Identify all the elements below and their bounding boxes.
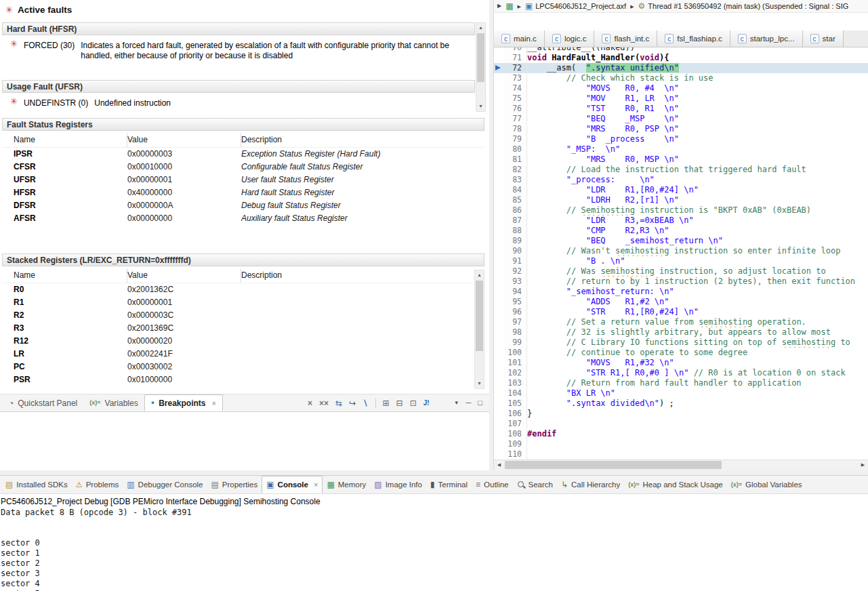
code-line[interactable]: 70__attribute__((naked)): [494, 47, 868, 53]
code-line[interactable]: 90 // Wasn't semihosting instruction so …: [494, 246, 868, 256]
faults-scrollbar[interactable]: ▲ ▼: [476, 22, 486, 112]
table-row[interactable]: DFSR0x0000000ADebug fault Status Registe…: [2, 199, 484, 212]
scroll-up-icon[interactable]: ▲: [475, 270, 484, 280]
code-line[interactable]: 101 "MOVS R1,#32 \n": [494, 358, 868, 368]
table-row[interactable]: R30x2001369C: [2, 322, 473, 335]
panel-tab-global-variables[interactable]: (x)=Global Variables: [727, 476, 806, 493]
code-line[interactable]: 94 "_semihost_return: \n": [494, 287, 868, 297]
code-line[interactable]: 71void HardFault_Handler(void){: [494, 53, 868, 63]
show-breakpoints-for-target-icon[interactable]: ⇆: [335, 399, 342, 407]
scroll-down-icon[interactable]: ▼: [475, 379, 484, 388]
panel-tab-outline[interactable]: ≡Outline: [472, 476, 512, 493]
table-row[interactable]: CFSR0x00010000Configurable fault Status …: [2, 161, 484, 174]
remove-breakpoint-icon[interactable]: ×: [308, 399, 312, 407]
panel-tab-terminal[interactable]: ▮Terminal: [426, 476, 472, 493]
panel-tab-installed-sdks[interactable]: ▤Installed SDKs: [1, 476, 72, 493]
skip-all-breakpoints-icon[interactable]: ∖: [363, 399, 368, 407]
expand-all-icon[interactable]: ⊞: [383, 399, 390, 407]
expand-arrow-icon[interactable]: ▶: [497, 3, 501, 9]
debug-view-icon[interactable]: ▦: [505, 2, 513, 10]
code-line[interactable]: 99 // C Library IO functions sitting on …: [494, 338, 868, 348]
go-to-file-for-breakpoint-icon[interactable]: ↪: [349, 399, 356, 407]
code-line[interactable]: 83 "_process: \n": [494, 175, 868, 185]
code-line[interactable]: 80 "_MSP: \n": [494, 144, 868, 155]
code-line[interactable]: 100 // continue to operate to some degre…: [494, 348, 868, 358]
code-line[interactable]: 105 ".syntax divided\n") ;: [494, 399, 868, 409]
breadcrumb-item[interactable]: ⚙Thread #1 536950492 (main task) (Suspen…: [638, 2, 849, 10]
table-row[interactable]: PC0x00030002: [2, 361, 473, 373]
code-line[interactable]: 92 // Was semihosting instruction, so ad…: [494, 266, 868, 277]
code-line[interactable]: 98 // 32 is slightly arbitrary, but appe…: [494, 327, 868, 338]
editor-tab-flash-int-c[interactable]: cflash_int.c: [594, 30, 657, 47]
table-row[interactable]: UFSR0x00000001User fault Status Register: [2, 174, 484, 186]
scroll-down-icon[interactable]: ▼: [476, 102, 485, 111]
editor-tab-fsl-flashiap-c[interactable]: cfsl_flashiap.c: [657, 30, 730, 47]
code-editor[interactable]: 70__attribute__((naked))71void HardFault…: [494, 47, 868, 460]
collapse-all-icon[interactable]: ⊟: [396, 399, 403, 407]
code-line[interactable]: 108#endif: [494, 429, 868, 439]
panel-tab-properties[interactable]: ▤Properties: [207, 476, 262, 493]
editor-tab-main-c[interactable]: cmain.c: [494, 30, 545, 47]
code-line[interactable]: 78 "MRS R0, PSP \n": [494, 124, 868, 134]
link-with-debug-view-icon[interactable]: ⊡: [410, 399, 417, 407]
code-line[interactable]: 93 // return to by 1 instruction (2 byte…: [494, 277, 868, 287]
close-icon[interactable]: ×: [212, 399, 216, 407]
code-line[interactable]: 110: [494, 449, 868, 460]
panel-tab-console[interactable]: ▣Console×: [262, 476, 323, 493]
code-line[interactable]: 86 // Semihosting instruction is "BKPT 0…: [494, 205, 868, 216]
table-row[interactable]: R120x00000020: [2, 335, 473, 348]
code-line[interactable]: 109: [494, 439, 868, 449]
table-row[interactable]: PSR0x01000000: [2, 373, 473, 386]
panel-tab-heap-and-stack-usage[interactable]: (x)=Heap and Stack Usage: [624, 476, 727, 493]
table-row[interactable]: R20x0000003C: [2, 309, 473, 322]
code-line[interactable]: 75 "MOV R1, LR \n": [494, 94, 868, 104]
breadcrumb-item[interactable]: ▣LPC54606J512_Project.axf: [525, 2, 626, 10]
code-line[interactable]: 91 "B . \n": [494, 256, 868, 266]
code-line[interactable]: 106}: [494, 409, 868, 419]
code-line[interactable]: 88 "CMP R2,R3 \n": [494, 226, 868, 236]
scrollbar-thumb[interactable]: [476, 281, 483, 351]
code-line[interactable]: 103 // Return from hard fault handler to…: [494, 378, 868, 388]
code-line[interactable]: 72 __asm( ".syntax unified\n": [494, 63, 868, 73]
code-line[interactable]: 79 "B _process \n": [494, 134, 868, 144]
code-line[interactable]: 89 "BEQ _semihost_return \n": [494, 236, 868, 246]
code-line[interactable]: 104 "BX LR \n": [494, 388, 868, 399]
editor-tab-startup-lpc[interactable]: cstartup_lpc...: [730, 30, 803, 47]
panel-tab-image-info[interactable]: ▨Image Info: [370, 476, 426, 493]
table-row[interactable]: IPSR0x00000003Exception Status Register …: [2, 148, 484, 161]
editor-tab-star[interactable]: cstar: [803, 30, 844, 47]
table-row[interactable]: HFSR0x40000000Hard fault Status Register: [2, 186, 484, 199]
panel-tab-debugger-console[interactable]: ▥Debugger Console: [123, 476, 207, 493]
panel-tab-problems[interactable]: ⚠Problems: [72, 476, 123, 493]
code-line[interactable]: 102 "STR R1,[ R0,#0 ] \n" // R0 is at lo…: [494, 368, 868, 378]
view-tab-breakpoints[interactable]: ●Breakpoints×: [144, 394, 223, 411]
add-java-exception-breakpoint-icon[interactable]: J!: [423, 400, 430, 407]
code-line[interactable]: 81 "MRS R0, MSP \n": [494, 155, 868, 165]
panel-tab-memory[interactable]: ▦Memory: [323, 476, 370, 493]
close-icon[interactable]: ×: [314, 481, 318, 489]
view-tab-quickstart-panel[interactable]: ◔Quickstart Panel: [3, 394, 83, 411]
panel-tab-search[interactable]: Search: [513, 476, 557, 493]
table-row[interactable]: R10x00000001: [2, 296, 473, 309]
scroll-right-icon[interactable]: ▶: [858, 460, 868, 470]
code-line[interactable]: 87 "LDR R3,=0xBEAB \n": [494, 216, 868, 226]
table-row[interactable]: LR0x0002241F: [2, 348, 473, 361]
view-menu-icon[interactable]: ▼: [454, 401, 459, 406]
scrollbar-thumb[interactable]: [505, 461, 722, 469]
code-line[interactable]: 96 "STR R1,[R0,#24] \n": [494, 307, 868, 317]
editor-tab-logic-c[interactable]: clogic.c: [545, 30, 595, 47]
code-line[interactable]: 77 "BEQ _MSP \n": [494, 114, 868, 124]
maximize-icon[interactable]: □: [478, 399, 482, 407]
code-line[interactable]: 74 "MOVS R0, #4 \n": [494, 83, 868, 94]
code-line[interactable]: 82 // Load the instruction that triggere…: [494, 165, 868, 175]
view-tab-variables[interactable]: (x)=Variables: [83, 394, 144, 411]
code-line[interactable]: 97 // Set a return value from semihostin…: [494, 317, 868, 327]
editor-horizontal-scrollbar[interactable]: ◀ ▶: [494, 460, 868, 470]
table-row[interactable]: R00x2001362C: [2, 283, 473, 296]
code-line[interactable]: 84 "LDR R1,[R0,#24] \n": [494, 185, 868, 195]
table-row[interactable]: AFSR0x00000000Auxiliary fault Status Reg…: [2, 212, 484, 225]
panel-tab-call-hierarchy[interactable]: ↳Call Hierarchy: [557, 476, 624, 493]
stacked-registers-scrollbar[interactable]: ▲ ▼: [474, 270, 484, 389]
code-line[interactable]: 107: [494, 419, 868, 429]
scroll-up-icon[interactable]: ▲: [476, 23, 485, 33]
